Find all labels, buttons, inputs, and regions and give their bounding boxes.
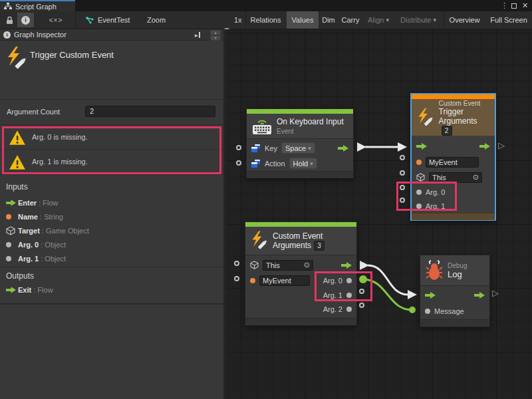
flow-arrow-icon [6,200,18,206]
input-port-row: Name : String [0,209,223,223]
value-icon [251,144,261,152]
flow-out-port[interactable] [479,143,490,150]
string-port-icon [250,278,255,283]
node-header: Custom Event Trigger Arguments2 [412,99,495,136]
inspector-header: i Graph Inspector [0,29,223,41]
cube-icon [250,261,259,269]
port-target-input[interactable] [400,170,405,176]
section-divider [0,267,223,267]
graph-inspector-panel: i Graph Inspector ▸ ▲ ▼ Trigger Custom E… [0,29,227,399]
dim-button[interactable]: Dim [319,11,338,29]
carry-button[interactable]: Carry [338,11,362,29]
relations-button[interactable]: Relations [247,11,285,29]
scroll-down-icon[interactable]: ▼ [210,35,221,41]
input-port-row: Target : Game Object [0,223,223,237]
port-key-input[interactable] [236,145,241,150]
target-field[interactable]: This ⊙ [263,260,313,271]
annotation-rect-event-args [315,271,372,301]
full-screen-button[interactable]: Full Screen [486,11,531,29]
argument-count-box[interactable]: 2 [442,126,452,136]
node-colorbar [247,109,353,114]
node-subtitle: Arguments2 [439,116,490,136]
bug-icon [426,260,443,281]
graph-icon [4,3,12,10]
window-menu-icon[interactable]: ⋮ [501,0,508,11]
info-icon: i [21,16,30,25]
custom-event-icon [251,230,268,251]
breadcrumb-graph-name[interactable]: EventTest [98,11,130,29]
object-port-icon [6,256,18,261]
flow-out-port[interactable] [341,262,352,269]
node-on-keyboard-input[interactable]: On Keyboard Input Event Key Space Action… [246,108,354,178]
node-header: Custom Event Arguments3 [245,227,356,255]
align-dropdown[interactable]: Align [364,11,392,29]
tab-script-graph[interactable]: Script Graph [0,0,75,11]
info-icon: i [3,31,11,39]
graph-breadcrumb-icon [84,13,96,27]
annotation-rect-trigger-args [396,182,457,211]
scroll-up-icon[interactable]: ▲ [210,30,221,35]
message-label: Message [434,307,464,315]
action-dropdown[interactable]: Hold [289,158,317,169]
output-port-row: Exit : Flow [0,283,223,297]
node-footer [412,213,495,220]
section-divider [0,303,223,305]
flow-out-port[interactable] [474,292,485,299]
node-title: Custom Event [273,231,325,241]
node-title: On Keyboard Input [277,117,344,126]
key-dropdown[interactable]: Space [281,142,315,154]
toolbar-separator [245,11,246,29]
keyboard-icon [252,118,272,135]
node-title: Log [448,269,467,279]
event-name-field[interactable]: MyEvent [426,157,479,168]
code-view-icon[interactable]: <×> [47,13,65,27]
flow-in-port[interactable] [416,143,427,150]
window-maximize-icon[interactable] [511,0,517,11]
event-name-field[interactable]: MyEvent [259,275,310,286]
custom-event-icon [417,107,434,128]
overview-button[interactable]: Overview [446,11,483,29]
port-event-name-input[interactable] [234,276,239,281]
port-target-input[interactable] [234,261,239,266]
inspector-header-title: Graph Inspector [14,31,66,39]
input-port-row: Enter : Flow [0,196,223,209]
argument-count-field[interactable]: 2 [85,106,215,117]
port-arg2-output[interactable] [359,303,364,308]
object-port-icon [425,309,430,314]
node-header: On Keyboard Input Event [247,114,353,139]
inputs-header: Inputs [6,182,28,192]
toolbar-separator [75,11,76,29]
lock-icon[interactable] [3,13,16,27]
node-subtitle: Event [277,128,344,135]
tab-title: Script Graph [15,3,57,11]
target-picker-icon[interactable]: ⊙ [473,173,479,182]
node-subtitle: Arguments3 [273,241,325,251]
flow-in-port[interactable] [425,292,436,299]
flow-continue-icon: ▷ [498,141,505,150]
input-port-row: Arg. 0 : Object [0,237,223,251]
argument-count-box[interactable]: 3 [314,241,325,251]
node-category: Custom Event [439,100,490,107]
node-debug-log[interactable]: Debug Log Message [420,255,490,327]
values-button[interactable]: Values [287,11,319,29]
title-bar: Script Graph ⋮ ✕ [0,0,532,11]
lock-glyph [6,16,13,25]
info-button[interactable]: i [17,13,34,27]
string-port-icon [416,160,422,165]
flow-row [420,287,489,303]
key-label: Key [265,144,277,152]
port-event-name-input[interactable] [400,155,405,160]
outputs-header: Outputs [6,271,34,281]
object-port-icon [6,242,18,247]
distribute-dropdown[interactable]: Distribute [396,11,441,29]
dock-panel-icon[interactable]: ▸ [195,31,206,39]
flow-out-port[interactable] [338,145,348,152]
zoom-value: 1x [234,11,242,29]
action-label: Action [265,160,285,168]
window-close-icon[interactable]: ✕ [522,0,528,11]
port-action-input[interactable] [236,160,241,166]
unit-title-block: Trigger Custom Event [0,41,223,100]
target-picker-icon[interactable]: ⊙ [304,261,310,269]
flow-arrow-icon [6,287,18,293]
argument-count-row: Argument Count 2 [0,100,223,124]
